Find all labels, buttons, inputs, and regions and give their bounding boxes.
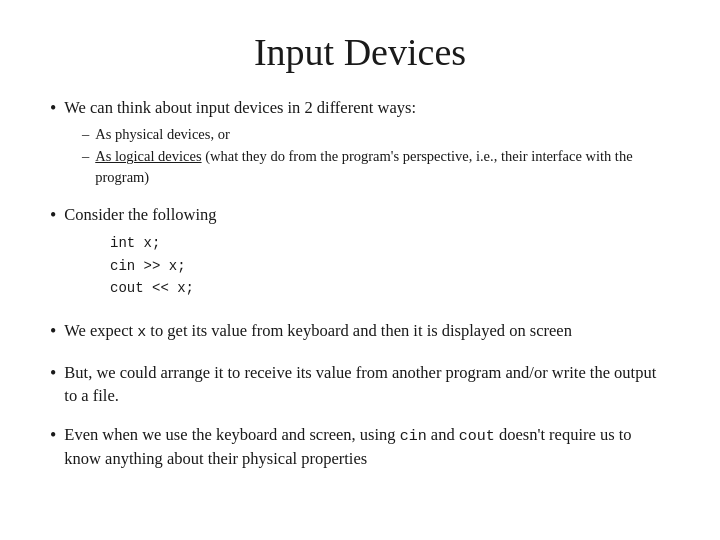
bullet-3-code: x — [137, 324, 146, 341]
bullet-group-3: • We expect x to get its value from keyb… — [50, 319, 670, 344]
underlined-text: As logical devices — [95, 148, 201, 164]
sub-bullets-1: – As physical devices, or – As logical d… — [82, 124, 670, 187]
bullet-item-4: • But, we could arrange it to receive it… — [50, 361, 670, 407]
bullet-item-5: • Even when we use the keyboard and scre… — [50, 423, 670, 470]
bullet-5-code2: cout — [459, 428, 495, 445]
bullet-dot-2: • — [50, 203, 56, 228]
bullet-group-4: • But, we could arrange it to receive it… — [50, 361, 670, 407]
bullet-item-2: • Consider the following — [50, 203, 670, 228]
bullet-text-1: We can think about input devices in 2 di… — [64, 96, 416, 119]
bullet-group-2: • Consider the following int x; cin >> x… — [50, 203, 670, 303]
slide: Input Devices • We can think about input… — [0, 0, 720, 540]
bullet-dot-5: • — [50, 423, 56, 448]
bullet-dot-3: • — [50, 319, 56, 344]
bullet-item-1: • We can think about input devices in 2 … — [50, 96, 670, 121]
bullet-3-post: to get its value from keyboard and then … — [146, 321, 572, 340]
code-line-2: cin >> x; — [110, 255, 670, 277]
bullet-dot-1: • — [50, 96, 56, 121]
sub-bullet-text-1a: As physical devices, or — [95, 124, 230, 144]
bullet-5-mid: and — [427, 425, 459, 444]
bullet-group-1: • We can think about input devices in 2 … — [50, 96, 670, 187]
bullet-3-pre: We expect — [64, 321, 137, 340]
slide-content: • We can think about input devices in 2 … — [50, 96, 670, 510]
bullet-group-5: • Even when we use the keyboard and scre… — [50, 423, 670, 470]
bullet-text-2: Consider the following — [64, 203, 216, 226]
code-block: int x; cin >> x; cout << x; — [110, 232, 670, 299]
sub-bullet-dash-1b: – — [82, 146, 89, 166]
bullet-text-4: But, we could arrange it to receive its … — [64, 361, 670, 407]
sub-bullet-dash-1a: – — [82, 124, 89, 144]
bullet-item-3: • We expect x to get its value from keyb… — [50, 319, 670, 344]
code-line-1: int x; — [110, 232, 670, 254]
bullet-text-5: Even when we use the keyboard and screen… — [64, 423, 670, 470]
sub-bullet-text-1b: As logical devices (what they do from th… — [95, 146, 670, 187]
bullet-5-code1: cin — [400, 428, 427, 445]
slide-title: Input Devices — [50, 30, 670, 74]
sub-bullet-1a: – As physical devices, or — [82, 124, 670, 144]
bullet-5-pre: Even when we use the keyboard and screen… — [64, 425, 399, 444]
bullet-text-3: We expect x to get its value from keyboa… — [64, 319, 572, 343]
sub-bullet-1b: – As logical devices (what they do from … — [82, 146, 670, 187]
bullet-dot-4: • — [50, 361, 56, 386]
code-line-3: cout << x; — [110, 277, 670, 299]
